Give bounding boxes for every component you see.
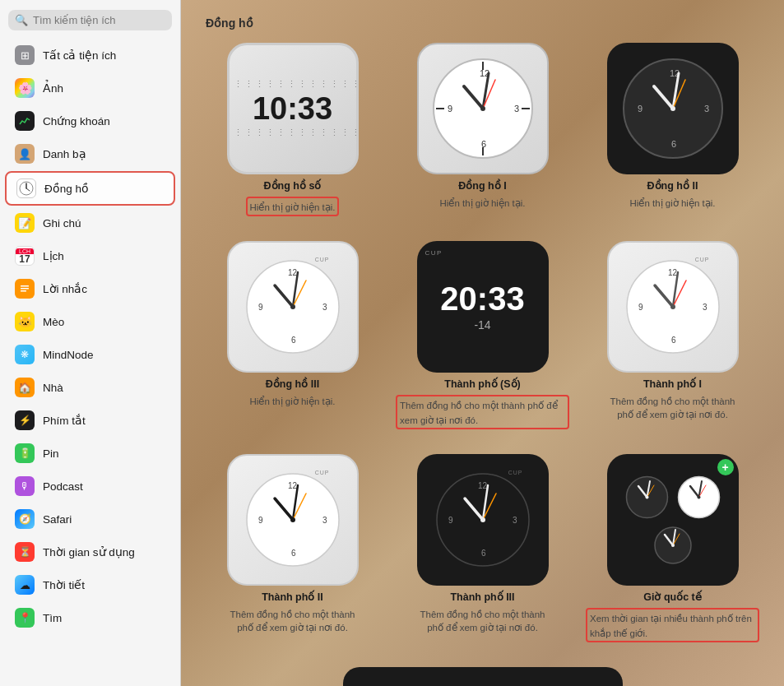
- svg-point-27: [670, 106, 675, 111]
- widget-thanh-pho-II[interactable]: CUP 12 3 6 9 Thành phố II Thêm đồng h: [206, 454, 379, 642]
- widget-preview-dong-ho-III: CUP 12 3 6 9: [227, 241, 359, 373]
- sidebar-item-pin[interactable]: 🔋 Pin: [5, 438, 175, 469]
- sidebar-item-label-tat-ca: Tất cả tiện ích: [43, 49, 116, 62]
- sidebar-item-safari[interactable]: 🧭 Safari: [5, 503, 175, 535]
- search-input[interactable]: [33, 14, 165, 26]
- svg-text:3: 3: [322, 516, 327, 525]
- pin-icon: 🔋: [15, 443, 35, 463]
- lich-icon: LCH 17: [15, 246, 35, 266]
- sidebar-item-label-lich: Lịch: [43, 249, 64, 262]
- widget-thanh-pho-I[interactable]: CUP 12 3 6 9 Thành phố I Thêm đồng hồ: [586, 241, 759, 429]
- sidebar-item-lich[interactable]: LCH 17 Lịch: [5, 240, 175, 271]
- sidebar-item-chung-khoan[interactable]: Chứng khoán: [5, 105, 175, 137]
- podcast-icon: 🎙: [15, 476, 35, 496]
- widget-desc-thanh-pho-II: Thêm đồng hồ cho một thành phố để xem gi…: [227, 608, 359, 634]
- svg-text:9: 9: [258, 516, 263, 525]
- widget-thanh-pho-III[interactable]: CUP 12 3 6 9 Thành phố III Thêm đồng: [396, 454, 569, 642]
- widget-name-dong-ho-III: Đồng hồ III: [266, 378, 319, 390]
- svg-point-18: [480, 106, 485, 111]
- main-content: Đồng hồ ⋮⋮⋮⋮⋮⋮⋮⋮⋮⋮⋮⋮⋮⋮⋮ 10:33 ⋮⋮⋮⋮⋮⋮⋮⋮⋮⋮…: [181, 0, 784, 686]
- sidebar-item-ghi-chu[interactable]: 📝 Ghi chú: [5, 207, 175, 239]
- widget-name-thanh-pho-III: Thành phố III: [450, 591, 514, 603]
- widget-preview-gio-quoc-te: +: [607, 454, 739, 586]
- svg-text:9: 9: [448, 516, 453, 525]
- widget-name-gio-quoc-te: Giờ quốc tế: [643, 591, 702, 603]
- sidebar-item-label-anh: Ảnh: [43, 81, 63, 95]
- widget-name-thanh-pho-I: Thành phố I: [643, 378, 702, 390]
- widget-desc-dong-ho-II: Hiển thị giờ hiện tại.: [630, 197, 716, 210]
- danh-ba-icon: 👤: [15, 144, 35, 164]
- widget-preview-gio-quoc-te-large[interactable]: Cupertino Hôm qua -14 giờ Tokyo Hôm nay: [343, 667, 623, 686]
- widget-dong-ho-II[interactable]: 12 3 6 9 Đồng hồ II Hiển thị giờ hiện tạ…: [586, 43, 759, 216]
- sidebar-item-anh[interactable]: 🌸 Ảnh: [5, 72, 175, 104]
- dong-ho-icon: [16, 178, 36, 198]
- sidebar-item-loi-nhac[interactable]: Lời nhắc: [5, 273, 175, 304]
- sidebar-item-podcast[interactable]: 🎙 Podcast: [5, 470, 175, 502]
- svg-text:6: 6: [671, 336, 676, 345]
- widget-dong-ho-III[interactable]: CUP 12 3 6 9 Đồng hồ III Hiển thị giờ: [206, 241, 379, 429]
- sidebar-item-thoi-tiet[interactable]: ☁ Thời tiết: [5, 569, 175, 600]
- search-bar[interactable]: 🔍: [8, 10, 172, 30]
- plus-badge: +: [717, 459, 734, 475]
- widget-grid: ⋮⋮⋮⋮⋮⋮⋮⋮⋮⋮⋮⋮⋮⋮⋮ 10:33 ⋮⋮⋮⋮⋮⋮⋮⋮⋮⋮⋮⋮⋮⋮⋮ Đồ…: [206, 43, 759, 642]
- widget-preview-thanh-pho-III: CUP 12 3 6 9: [417, 454, 549, 586]
- sidebar-item-label-phim-tat: Phím tắt: [43, 414, 86, 427]
- sidebar-item-label-mindnode: MindNode: [43, 349, 94, 361]
- svg-point-54: [290, 517, 295, 522]
- widget-dong-ho-I[interactable]: 12 3 6 9 Đồng hồ I Hiển thị giờ hiện tại…: [396, 43, 569, 216]
- widget-preview-thanh-pho-so: CUP 20:33 -14: [417, 241, 549, 373]
- sidebar-item-phim-tat[interactable]: ⚡ Phím tắt: [5, 405, 175, 436]
- anh-icon: 🌸: [15, 78, 35, 98]
- search-icon: 🔍: [15, 14, 28, 26]
- sidebar-item-label-safari: Safari: [43, 513, 72, 526]
- sidebar-item-meo[interactable]: 🐱 Mèo: [5, 306, 175, 337]
- sidebar-item-nha[interactable]: 🏠 Nhà: [5, 372, 175, 403]
- widget-preview-dong-ho-so: ⋮⋮⋮⋮⋮⋮⋮⋮⋮⋮⋮⋮⋮⋮⋮ 10:33 ⋮⋮⋮⋮⋮⋮⋮⋮⋮⋮⋮⋮⋮⋮⋮: [227, 43, 359, 174]
- widget-thanh-pho-so[interactable]: CUP 20:33 -14 Thành phố (Số) Thêm đồng h…: [396, 241, 569, 429]
- sidebar-item-danh-ba[interactable]: 👤 Danh bạ: [5, 138, 175, 169]
- svg-rect-5: [21, 290, 26, 292]
- svg-text:3: 3: [704, 104, 709, 114]
- widget-gio-quoc-te[interactable]: +: [586, 454, 759, 642]
- svg-text:12: 12: [478, 481, 488, 490]
- svg-text:3: 3: [514, 104, 519, 114]
- widget-desc-dong-ho-I: Hiển thị giờ hiện tại.: [440, 197, 526, 210]
- sidebar-item-label-tim: Tìm: [43, 612, 62, 624]
- widget-desc-gio-quoc-te: Xem thời gian tại nhiều thành phố trên k…: [586, 608, 759, 642]
- widget-desc-thanh-pho-I: Thêm đồng hồ cho một thành phố để xem gi…: [607, 395, 739, 421]
- sidebar-item-label-thoi-gian: Thời gian sử dụng: [43, 545, 135, 559]
- widget-name-dong-ho-II: Đồng hồ II: [647, 179, 698, 192]
- sidebar-item-label-chung-khoan: Chứng khoán: [43, 114, 110, 127]
- sidebar-item-tat-ca[interactable]: ⊞ Tất cả tiện ích: [5, 39, 175, 71]
- chung-khoan-icon: [15, 111, 35, 131]
- widget-name-thanh-pho-so: Thành phố (Số): [444, 378, 520, 390]
- svg-text:3: 3: [322, 303, 327, 312]
- sidebar-item-thoi-gian[interactable]: ⏳ Thời gian sử dụng: [5, 536, 175, 568]
- sidebar-item-label-dong-ho: Đồng hồ: [44, 182, 89, 195]
- sidebar-item-tim[interactable]: 📍 Tìm: [5, 602, 175, 633]
- svg-text:9: 9: [638, 303, 643, 312]
- sidebar-item-mindnode[interactable]: ❋ MindNode: [5, 339, 175, 370]
- digital-time: 10:33: [227, 93, 359, 124]
- svg-rect-4: [21, 288, 29, 290]
- svg-text:12: 12: [668, 268, 678, 277]
- svg-text:12: 12: [288, 268, 298, 277]
- widget-preview-dong-ho-II: 12 3 6 9: [607, 43, 739, 174]
- svg-point-63: [480, 517, 485, 522]
- widget-dong-ho-so[interactable]: ⋮⋮⋮⋮⋮⋮⋮⋮⋮⋮⋮⋮⋮⋮⋮ 10:33 ⋮⋮⋮⋮⋮⋮⋮⋮⋮⋮⋮⋮⋮⋮⋮ Đồ…: [206, 43, 379, 216]
- widget-name-dong-ho-so: Đồng hồ số: [264, 179, 322, 192]
- tim-icon: 📍: [15, 608, 35, 628]
- svg-text:12: 12: [288, 481, 298, 490]
- sidebar-item-label-pin: Pin: [43, 447, 59, 460]
- svg-text:9: 9: [258, 303, 263, 312]
- sidebar-item-label-ghi-chu: Ghi chú: [43, 217, 81, 229]
- sidebar-item-label-nha: Nhà: [43, 382, 63, 394]
- svg-point-73: [697, 495, 700, 498]
- svg-text:6: 6: [481, 549, 486, 558]
- svg-point-36: [290, 304, 295, 309]
- tat-ca-icon: ⊞: [15, 45, 35, 65]
- sidebar-item-dong-ho[interactable]: Đồng hồ: [5, 171, 175, 206]
- thoi-gian-icon: ⏳: [15, 542, 35, 562]
- widget-desc-thanh-pho-III: Thêm đồng hồ cho một thành phố để xem gi…: [417, 608, 549, 634]
- mindnode-icon: ❋: [15, 345, 35, 364]
